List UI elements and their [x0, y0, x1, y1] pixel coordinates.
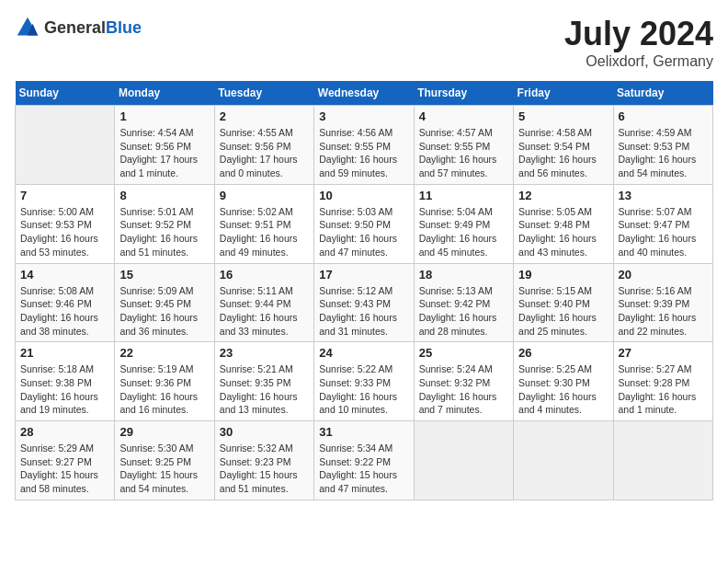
day-number: 16: [220, 268, 309, 282]
day-info: Sunrise: 5:04 AM Sunset: 9:49 PM Dayligh…: [419, 205, 508, 259]
day-info: Sunrise: 5:24 AM Sunset: 9:32 PM Dayligh…: [419, 362, 508, 417]
calendar-table: SundayMondayTuesdayWednesdayThursdayFrid…: [15, 81, 713, 500]
day-cell: 12Sunrise: 5:05 AM Sunset: 9:48 PM Dayli…: [514, 184, 613, 263]
weekday-header-row: SundayMondayTuesdayWednesdayThursdayFrid…: [16, 81, 713, 106]
month-title: July 2024: [564, 15, 713, 53]
day-cell: 16Sunrise: 5:11 AM Sunset: 9:44 PM Dayli…: [214, 263, 313, 342]
day-number: 18: [419, 268, 508, 282]
day-cell: 31Sunrise: 5:34 AM Sunset: 9:22 PM Dayli…: [314, 421, 414, 500]
day-number: 13: [619, 189, 708, 202]
day-info: Sunrise: 5:34 AM Sunset: 9:22 PM Dayligh…: [319, 442, 408, 496]
day-cell: 4Sunrise: 4:57 AM Sunset: 9:55 PM Daylig…: [414, 106, 513, 185]
day-info: Sunrise: 5:09 AM Sunset: 9:45 PM Dayligh…: [119, 284, 209, 339]
day-cell: 8Sunrise: 5:01 AM Sunset: 9:52 PM Daylig…: [115, 184, 214, 263]
day-cell: 9Sunrise: 5:02 AM Sunset: 9:51 PM Daylig…: [214, 184, 313, 263]
day-info: Sunrise: 5:25 AM Sunset: 9:30 PM Dayligh…: [518, 362, 608, 417]
day-cell: [514, 421, 613, 500]
day-number: 27: [619, 346, 708, 360]
day-number: 21: [20, 346, 109, 360]
day-info: Sunrise: 5:08 AM Sunset: 9:46 PM Dayligh…: [20, 284, 109, 339]
day-number: 28: [20, 425, 109, 439]
day-number: 4: [419, 109, 508, 123]
page-header: GeneralBlue July 2024 Oelixdorf, Germany: [15, 15, 713, 70]
day-number: 7: [20, 189, 109, 202]
day-cell: 19Sunrise: 5:15 AM Sunset: 9:40 PM Dayli…: [514, 263, 613, 342]
day-number: 14: [20, 268, 109, 282]
day-number: 22: [119, 346, 209, 360]
day-info: Sunrise: 5:27 AM Sunset: 9:28 PM Dayligh…: [619, 362, 708, 417]
day-number: 23: [220, 346, 309, 360]
day-info: Sunrise: 5:05 AM Sunset: 9:48 PM Dayligh…: [518, 205, 608, 259]
day-info: Sunrise: 5:19 AM Sunset: 9:36 PM Dayligh…: [119, 362, 209, 417]
day-number: 1: [119, 109, 209, 123]
day-info: Sunrise: 5:03 AM Sunset: 9:50 PM Dayligh…: [319, 205, 408, 259]
day-info: Sunrise: 4:57 AM Sunset: 9:55 PM Dayligh…: [419, 126, 508, 180]
day-number: 6: [619, 109, 708, 123]
day-number: 17: [319, 268, 408, 282]
day-cell: [414, 421, 513, 500]
day-info: Sunrise: 5:18 AM Sunset: 9:38 PM Dayligh…: [20, 362, 109, 417]
day-number: 19: [518, 268, 608, 282]
day-info: Sunrise: 5:22 AM Sunset: 9:33 PM Dayligh…: [319, 362, 408, 417]
day-info: Sunrise: 5:16 AM Sunset: 9:39 PM Dayligh…: [619, 284, 708, 339]
day-info: Sunrise: 4:55 AM Sunset: 9:56 PM Dayligh…: [220, 126, 309, 180]
day-cell: 17Sunrise: 5:12 AM Sunset: 9:43 PM Dayli…: [314, 263, 414, 342]
location-title: Oelixdorf, Germany: [564, 53, 713, 70]
logo-blue-text: Blue: [106, 18, 142, 37]
day-cell: 2Sunrise: 4:55 AM Sunset: 9:56 PM Daylig…: [214, 106, 313, 185]
day-cell: 10Sunrise: 5:03 AM Sunset: 9:50 PM Dayli…: [314, 184, 414, 263]
day-cell: 11Sunrise: 5:04 AM Sunset: 9:49 PM Dayli…: [414, 184, 513, 263]
week-row-3: 14Sunrise: 5:08 AM Sunset: 9:46 PM Dayli…: [16, 263, 713, 342]
day-number: 3: [319, 109, 408, 123]
day-info: Sunrise: 5:15 AM Sunset: 9:40 PM Dayligh…: [518, 284, 608, 339]
day-info: Sunrise: 5:30 AM Sunset: 9:25 PM Dayligh…: [119, 442, 209, 496]
weekday-header-tuesday: Tuesday: [214, 81, 313, 106]
day-cell: 29Sunrise: 5:30 AM Sunset: 9:25 PM Dayli…: [115, 421, 214, 500]
week-row-4: 21Sunrise: 5:18 AM Sunset: 9:38 PM Dayli…: [16, 342, 713, 421]
day-number: 15: [119, 268, 209, 282]
day-cell: [613, 421, 712, 500]
day-cell: 7Sunrise: 5:00 AM Sunset: 9:53 PM Daylig…: [16, 184, 115, 263]
day-number: 9: [220, 189, 309, 202]
day-cell: 14Sunrise: 5:08 AM Sunset: 9:46 PM Dayli…: [16, 263, 115, 342]
day-info: Sunrise: 4:54 AM Sunset: 9:56 PM Dayligh…: [119, 126, 209, 180]
day-info: Sunrise: 4:58 AM Sunset: 9:54 PM Dayligh…: [518, 126, 608, 180]
day-cell: 15Sunrise: 5:09 AM Sunset: 9:45 PM Dayli…: [115, 263, 214, 342]
weekday-header-wednesday: Wednesday: [314, 81, 414, 106]
day-cell: 1Sunrise: 4:54 AM Sunset: 9:56 PM Daylig…: [115, 106, 214, 185]
week-row-5: 28Sunrise: 5:29 AM Sunset: 9:27 PM Dayli…: [16, 421, 713, 500]
day-number: 8: [119, 189, 209, 202]
day-info: Sunrise: 5:12 AM Sunset: 9:43 PM Dayligh…: [319, 284, 408, 339]
day-cell: 22Sunrise: 5:19 AM Sunset: 9:36 PM Dayli…: [115, 342, 214, 421]
day-cell: 6Sunrise: 4:59 AM Sunset: 9:53 PM Daylig…: [613, 106, 712, 185]
week-row-1: 1Sunrise: 4:54 AM Sunset: 9:56 PM Daylig…: [16, 106, 713, 185]
logo-general-text: General: [44, 18, 106, 37]
day-cell: 25Sunrise: 5:24 AM Sunset: 9:32 PM Dayli…: [414, 342, 513, 421]
day-number: 31: [319, 425, 408, 439]
day-cell: 30Sunrise: 5:32 AM Sunset: 9:23 PM Dayli…: [214, 421, 313, 500]
day-cell: 13Sunrise: 5:07 AM Sunset: 9:47 PM Dayli…: [613, 184, 712, 263]
day-cell: 5Sunrise: 4:58 AM Sunset: 9:54 PM Daylig…: [514, 106, 613, 185]
day-info: Sunrise: 5:11 AM Sunset: 9:44 PM Dayligh…: [220, 284, 309, 339]
week-row-2: 7Sunrise: 5:00 AM Sunset: 9:53 PM Daylig…: [16, 184, 713, 263]
weekday-header-friday: Friday: [514, 81, 613, 106]
day-info: Sunrise: 4:59 AM Sunset: 9:53 PM Dayligh…: [619, 126, 708, 180]
day-cell: 27Sunrise: 5:27 AM Sunset: 9:28 PM Dayli…: [613, 342, 712, 421]
day-cell: [16, 106, 115, 185]
day-number: 5: [518, 109, 608, 123]
day-number: 29: [119, 425, 209, 439]
day-number: 30: [220, 425, 309, 439]
day-number: 24: [319, 346, 408, 360]
day-cell: 23Sunrise: 5:21 AM Sunset: 9:35 PM Dayli…: [214, 342, 313, 421]
weekday-header-thursday: Thursday: [414, 81, 513, 106]
day-cell: 20Sunrise: 5:16 AM Sunset: 9:39 PM Dayli…: [613, 263, 712, 342]
weekday-header-monday: Monday: [115, 81, 214, 106]
day-number: 12: [518, 189, 608, 202]
logo-icon: [15, 15, 40, 40]
day-cell: 3Sunrise: 4:56 AM Sunset: 9:55 PM Daylig…: [314, 106, 414, 185]
day-number: 20: [619, 268, 708, 282]
day-cell: 18Sunrise: 5:13 AM Sunset: 9:42 PM Dayli…: [414, 263, 513, 342]
day-info: Sunrise: 5:21 AM Sunset: 9:35 PM Dayligh…: [220, 362, 309, 417]
day-info: Sunrise: 5:07 AM Sunset: 9:47 PM Dayligh…: [619, 205, 708, 259]
day-number: 10: [319, 189, 408, 202]
